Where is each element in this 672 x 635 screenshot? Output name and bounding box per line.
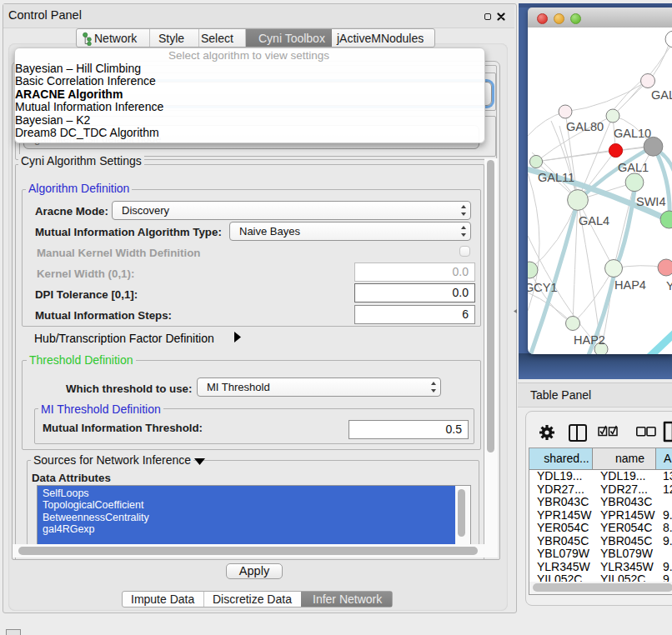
svg-text:GAL1: GAL1 <box>618 161 649 174</box>
svg-text:Y: Y <box>666 279 672 292</box>
svg-text:GAL80: GAL80 <box>566 120 604 133</box>
svg-text:GAL4: GAL4 <box>579 214 609 228</box>
svg-text:GAL10: GAL10 <box>614 127 651 140</box>
svg-text:SWI4: SWI4 <box>636 195 665 208</box>
svg-text:HAP2: HAP2 <box>574 333 605 347</box>
svg-text:GCY1: GCY1 <box>528 281 558 294</box>
svg-text:GAL: GAL <box>651 88 672 102</box>
svg-text:GAL11: GAL11 <box>538 171 574 184</box>
svg-text:HAP4: HAP4 <box>614 278 646 292</box>
